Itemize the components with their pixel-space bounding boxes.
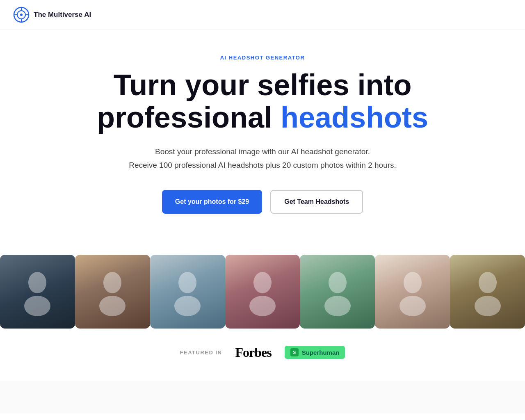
headshot-photo-4: [225, 255, 300, 329]
featured-section: FEATURED IN Forbes S Superhuman: [0, 329, 525, 381]
svg-point-11: [178, 272, 196, 293]
featured-label: FEATURED IN: [180, 349, 222, 356]
logo[interactable]: The Multiverse AI: [13, 7, 91, 23]
gallery-item-2: [75, 255, 150, 329]
svg-point-8: [24, 296, 50, 316]
forbes-logo: Forbes: [235, 345, 272, 360]
svg-point-7: [28, 272, 46, 293]
get-photos-button[interactable]: Get your photos for $29: [162, 190, 262, 214]
superhuman-badge: S Superhuman: [285, 346, 345, 359]
gallery-item-5: [300, 255, 375, 329]
svg-point-12: [174, 296, 201, 316]
svg-point-19: [479, 272, 497, 293]
gallery-item-4: [225, 255, 300, 329]
headshot-photo-6: [375, 255, 450, 329]
get-team-headshots-button[interactable]: Get Team Headshots: [270, 190, 363, 214]
gallery-item-7: [450, 255, 525, 329]
svg-point-14: [249, 296, 276, 316]
logo-text: The Multiverse AI: [34, 11, 91, 19]
bottom-section: [0, 381, 525, 413]
headline-part1: Turn your selfies into: [114, 68, 412, 101]
svg-point-10: [99, 296, 126, 316]
svg-point-20: [475, 296, 501, 316]
headshot-photo-7: [450, 255, 525, 329]
headshot-photo-1: [0, 255, 75, 329]
headline-highlight: headshots: [281, 101, 428, 134]
subtext-line1: Boost your professional image with our A…: [155, 147, 370, 156]
gallery-item-6: [375, 255, 450, 329]
svg-point-16: [324, 296, 351, 316]
subtext-line2: Receive 100 professional AI headshots pl…: [129, 161, 396, 169]
badge-label: AI HEADSHOT GENERATOR: [16, 55, 509, 61]
svg-point-9: [103, 272, 121, 293]
headshot-gallery: [0, 255, 525, 329]
navbar: The Multiverse AI: [0, 0, 525, 30]
svg-point-15: [329, 272, 347, 293]
headshot-photo-3: [150, 255, 225, 329]
headline: Turn your selfies into professional head…: [16, 69, 509, 134]
cta-group: Get your photos for $29 Get Team Headsho…: [16, 190, 509, 214]
headshot-photo-2: [75, 255, 150, 329]
subtext: Boost your professional image with our A…: [16, 145, 509, 172]
svg-point-2: [20, 14, 23, 16]
svg-point-17: [404, 272, 422, 293]
headline-part2: professional: [97, 101, 281, 134]
gallery-item-1: [0, 255, 75, 329]
svg-point-18: [399, 296, 426, 316]
gallery-item-3: [150, 255, 225, 329]
hero-section: AI HEADSHOT GENERATOR Turn your selfies …: [0, 30, 525, 255]
superhuman-text: Superhuman: [302, 349, 340, 356]
superhuman-icon: S: [290, 348, 299, 356]
svg-point-13: [253, 272, 272, 293]
logo-icon: [13, 7, 30, 23]
headshot-photo-5: [300, 255, 375, 329]
